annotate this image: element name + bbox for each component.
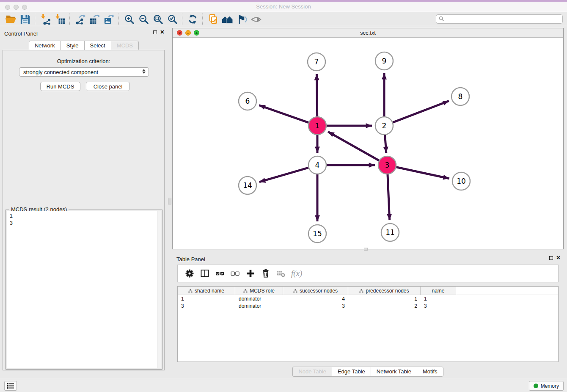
tab-style[interactable]: Style <box>61 41 84 51</box>
run-mcds-button[interactable]: Run MCDS <box>40 82 80 91</box>
open-file-icon[interactable] <box>3 13 18 25</box>
tab-network[interactable]: Network <box>29 41 61 51</box>
table-row[interactable]: 3 dominator 3 2 3 <box>178 302 558 309</box>
graph-edge-2-8[interactable] <box>393 101 449 122</box>
gear-icon[interactable] <box>182 267 197 280</box>
mcds-panel: Optimization criterion: strongly connect… <box>3 50 165 370</box>
tab-network-table[interactable]: Network Table <box>371 367 417 377</box>
delete-table-icon[interactable] <box>273 267 289 280</box>
export-image-icon[interactable] <box>102 13 116 25</box>
export-table-icon[interactable] <box>87 13 102 25</box>
zoom-in-icon[interactable] <box>122 13 136 25</box>
cell-predecessor-nodes[interactable]: 2 <box>348 303 421 309</box>
duplicate-network-icon[interactable] <box>206 13 220 25</box>
graph-node-label: 14 <box>243 181 252 190</box>
zoom-selected-icon[interactable] <box>165 13 179 25</box>
column-header-predecessor-nodes[interactable]: predecessor nodes <box>348 287 421 295</box>
graph-node-label: 10 <box>457 177 466 185</box>
task-history-button[interactable] <box>4 381 17 391</box>
cell-predecessor-nodes[interactable]: 1 <box>348 296 421 302</box>
cell-name[interactable]: 1 <box>421 296 456 302</box>
memory-button[interactable]: Memory <box>529 381 564 391</box>
deselect-all-icon[interactable] <box>228 267 243 280</box>
node-table[interactable]: shared name MCDS role successor nodes pr… <box>177 286 559 362</box>
import-network-icon[interactable] <box>38 13 52 25</box>
network-graph[interactable]: 1234678910111415 <box>173 38 563 249</box>
column-selector-icon[interactable] <box>197 267 212 280</box>
tab-edge-table[interactable]: Edge Table <box>332 367 371 377</box>
graph-node-label: 3 <box>385 161 390 169</box>
tab-select[interactable]: Select <box>84 41 111 51</box>
graph-edge-2-3[interactable] <box>385 135 386 153</box>
float-panel-icon[interactable] <box>549 256 553 260</box>
network-canvas[interactable]: 1234678910111415 <box>173 38 563 249</box>
tab-mcds[interactable]: MCDS <box>111 41 139 51</box>
graph-node-label: 7 <box>314 58 319 66</box>
cell-mcds-role[interactable]: dominator <box>235 303 283 309</box>
cell-successor-nodes[interactable]: 3 <box>283 303 348 309</box>
graph-edge-3-1[interactable] <box>328 132 379 160</box>
home-icon[interactable] <box>220 13 234 25</box>
cell-successor-nodes[interactable]: 4 <box>283 296 348 302</box>
search-field-wrap <box>436 14 563 24</box>
graph-node-label: 11 <box>385 228 395 237</box>
close-panel-icon[interactable]: × <box>556 255 560 260</box>
graph-edge-3-11[interactable] <box>388 174 390 220</box>
optimization-criterion-select[interactable]: strongly connected component <box>19 67 149 77</box>
close-panel-button[interactable]: Close panel <box>86 82 130 91</box>
search-input[interactable] <box>436 14 563 24</box>
select-all-icon[interactable] <box>212 267 228 280</box>
horizontal-splitter-handle[interactable] <box>364 248 368 251</box>
memory-label: Memory <box>541 383 559 389</box>
zoom-fit-icon[interactable] <box>151 13 165 25</box>
function-builder-icon[interactable]: f(x) <box>291 269 302 278</box>
search-icon <box>439 16 444 22</box>
status-bar: Memory <box>0 379 567 392</box>
cell-name[interactable]: 3 <box>421 303 456 309</box>
graph-edge-1-7[interactable] <box>317 74 317 116</box>
column-header-successor-nodes[interactable]: successor nodes <box>283 287 348 295</box>
mcds-result-area[interactable]: 1 3 <box>7 211 161 368</box>
tab-node-table[interactable]: Node Table <box>292 367 332 377</box>
memory-status-icon <box>534 384 538 388</box>
network-window-title: scc.txt <box>173 30 563 36</box>
close-panel-icon[interactable]: × <box>160 30 164 35</box>
network-window: × − + scc.txt 1234678910111415 <box>172 28 564 249</box>
column-header-shared-name[interactable]: shared name <box>178 287 235 295</box>
hierarchy-icon <box>293 289 297 293</box>
table-row[interactable]: 1 dominator 4 1 1 <box>178 295 558 302</box>
export-network-icon[interactable] <box>73 13 87 25</box>
graph-edge-4-14[interactable] <box>259 168 308 182</box>
graph-node-label: 6 <box>245 97 250 105</box>
table-toolbar: f(x) <box>177 265 559 282</box>
criterion-value: strongly connected component <box>23 69 98 75</box>
result-scrollbar[interactable] <box>157 211 161 368</box>
eye-icon[interactable] <box>249 13 263 25</box>
cell-shared-name[interactable]: 1 <box>178 296 235 302</box>
table-tabs: Node Table Edge Table Network Table Moti… <box>172 367 564 377</box>
column-header-mcds-role[interactable]: MCDS role <box>235 287 283 295</box>
graph-node-label: 2 <box>382 121 387 130</box>
float-panel-icon[interactable] <box>153 30 157 34</box>
delete-icon[interactable] <box>258 267 273 280</box>
cell-mcds-role[interactable]: dominator <box>235 296 283 302</box>
graph-node-label: 15 <box>313 229 322 238</box>
toolbar-separator <box>69 14 70 25</box>
control-panel-tabs: Network Style Select MCDS <box>0 41 168 51</box>
graphics-details-icon[interactable] <box>234 13 249 25</box>
cell-shared-name[interactable]: 3 <box>178 303 235 309</box>
zoom-out-icon[interactable] <box>136 13 151 25</box>
import-table-icon[interactable] <box>52 13 67 25</box>
tab-motifs[interactable]: Motifs <box>417 367 443 377</box>
graph-edge-3-10[interactable] <box>396 167 449 179</box>
graph-edge-1-6[interactable] <box>259 105 308 123</box>
graph-node-label: 1 <box>315 121 320 130</box>
column-header-name[interactable]: name <box>421 287 456 295</box>
table-panel-title: Table Panel <box>176 256 205 262</box>
refresh-icon[interactable] <box>185 13 200 25</box>
select-stepper-icon <box>142 69 146 74</box>
hierarchy-icon <box>188 289 193 293</box>
save-session-icon[interactable] <box>18 13 32 25</box>
add-icon[interactable] <box>243 267 258 280</box>
vertical-splitter-handle[interactable] <box>168 198 171 204</box>
